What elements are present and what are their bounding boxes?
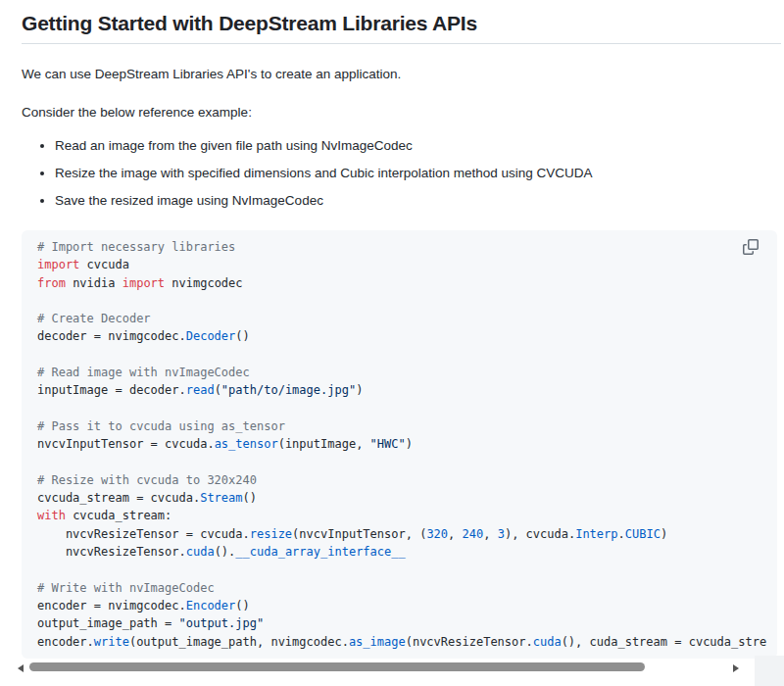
lead-paragraph: Consider the below reference example: [22,104,781,121]
code-line [37,561,761,578]
code-line: from nvidia import nvimgcodec [37,274,761,292]
code-line: nvcvResizeTensor = cvcuda.resize(nvcvInp… [37,525,761,543]
code-line: cvcuda_stream = cvcuda.Stream() [37,489,761,507]
code-line: inputImage = decoder.read("path/to/image… [37,381,761,399]
code-line: # Pass it to cvcuda using as_tensor [37,417,761,435]
code-line: with cvcuda_stream: [37,507,761,524]
code-line: # Read image with nvImageCodec [37,364,761,381]
code-line [37,454,761,471]
scroll-left-arrow-icon[interactable] [18,664,24,672]
code-line: output_image_path = "output.jpg" [37,614,761,632]
code-line: decoder = nvimgcodec.Decoder() [37,327,761,345]
reference-steps-list: Read an image from the given file path u… [22,137,781,209]
code-line: # Write with nvImageCodec [37,579,761,597]
code-line [37,292,761,310]
list-item-save: Save the resized image using NvImageCode… [55,192,781,209]
page-title: Getting Started with DeepStream Librarie… [22,12,781,44]
docs-page: Getting Started with DeepStream Librarie… [0,0,784,686]
code-line: encoder.write(output_image_path, nvimgco… [37,633,761,651]
code-content: # Import necessary librariesimport cvcud… [37,238,761,651]
scroll-right-arrow-icon[interactable] [733,664,739,672]
intro-paragraph: We can use DeepStream Libraries API's to… [22,66,781,82]
code-line: encoder = nvimgcodec.Encoder() [37,597,761,614]
code-block: # Import necessary librariesimport cvcud… [22,230,777,659]
code-line: import cvcuda [37,256,761,273]
copy-icon [743,239,759,255]
code-line: # Resize with cvcuda to 320x240 [37,471,761,489]
code-line: # Create Decoder [37,310,761,327]
code-line [37,346,761,364]
code-line: nvcvResizeTensor.cuda().__cuda_array_int… [37,543,761,561]
code-line: nvcvInputTensor = cvcuda.as_tensor(input… [37,435,761,453]
scrollbar-corner [755,656,784,686]
code-line [37,400,761,417]
list-item-resize: Resize the image with specified dimensio… [55,165,781,181]
scrollbar-thumb[interactable] [29,662,645,671]
code-line: # Import necessary libraries [37,238,761,256]
list-item-read: Read an image from the given file path u… [55,137,781,154]
horizontal-scrollbar[interactable] [0,661,755,676]
copy-button[interactable] [740,236,761,258]
